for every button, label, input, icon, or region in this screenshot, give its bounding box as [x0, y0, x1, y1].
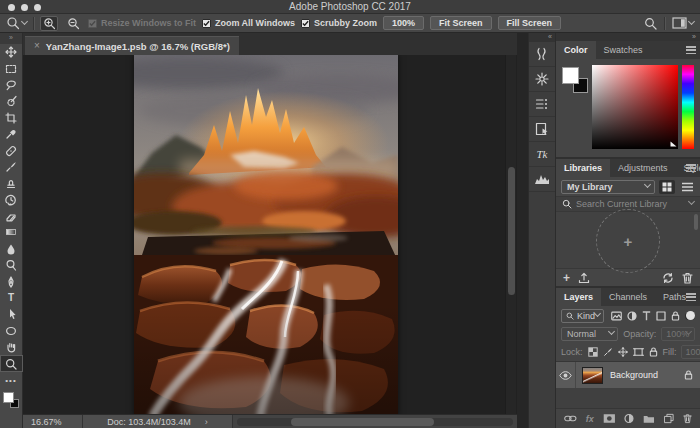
dock-expand-control[interactable]: « [529, 33, 555, 42]
lock-artboard-icon[interactable] [633, 347, 644, 357]
foreground-color-swatch[interactable] [3, 392, 14, 403]
zoom-window-button[interactable] [34, 4, 41, 11]
panel-menu-icon[interactable] [686, 46, 696, 54]
canvas-photo[interactable] [134, 55, 398, 414]
grid-view-button[interactable] [659, 180, 675, 194]
filter-type-layers-icon[interactable] [642, 311, 651, 321]
type-tool[interactable]: T [0, 290, 23, 306]
canvas-area[interactable] [23, 55, 517, 414]
scrubby-zoom-option[interactable]: Scrubby Zoom [301, 18, 377, 28]
layer-name[interactable]: Background [610, 370, 684, 380]
panel-button-character-styles[interactable] [529, 92, 555, 117]
eraser-tool[interactable] [0, 208, 23, 224]
fit-screen-button[interactable]: Fit Screen [430, 16, 492, 30]
zoom-tool[interactable] [0, 355, 23, 371]
filter-shape-layers-icon[interactable] [656, 311, 666, 321]
new-group-icon[interactable] [643, 414, 655, 424]
tab-channels[interactable]: Channels [601, 288, 655, 306]
layer-filter-toggle[interactable] [685, 312, 695, 320]
lasso-tool[interactable] [0, 77, 23, 93]
tool-preset-picker[interactable] [6, 16, 27, 30]
tab-swatches[interactable]: Swatches [596, 41, 651, 59]
minimize-window-button[interactable] [21, 4, 28, 11]
tab-layers[interactable]: Layers [556, 288, 601, 306]
panel-menu-icon[interactable] [686, 164, 696, 172]
panel-button-filter-gallery[interactable] [529, 67, 555, 92]
tab-libraries[interactable]: Libraries [556, 159, 610, 177]
opacity-field[interactable]: 100% [661, 327, 695, 341]
hand-tool[interactable] [0, 339, 23, 355]
new-layer-icon[interactable] [664, 413, 674, 424]
gradient-tool[interactable] [0, 224, 23, 240]
fill-field[interactable]: 100% [681, 345, 700, 359]
close-window-button[interactable] [8, 4, 15, 11]
lock-position-icon[interactable] [618, 347, 628, 357]
delete-layer-icon[interactable] [683, 413, 692, 424]
close-tab-icon[interactable]: × [34, 41, 40, 51]
fill-screen-button[interactable]: Fill Screen [498, 16, 562, 30]
panel-button-brush-presets[interactable] [529, 42, 555, 67]
document-size-status[interactable]: Doc: 103.4M/103.4M › [83, 415, 233, 428]
status-popup-chevron[interactable]: › [205, 417, 208, 427]
workspace-switcher[interactable] [672, 17, 694, 29]
upload-icon[interactable] [578, 272, 590, 284]
quick-selection-tool[interactable] [0, 93, 23, 109]
hue-slider[interactable] [682, 65, 694, 149]
trash-icon[interactable] [682, 272, 693, 284]
library-scrollbar-thumb[interactable] [694, 214, 698, 230]
foreground-background-swatches[interactable] [3, 392, 19, 408]
brush-tool[interactable] [0, 159, 23, 175]
link-layers-icon[interactable] [564, 414, 577, 423]
search-icon[interactable] [644, 17, 657, 30]
layer-style-button[interactable]: fx [586, 414, 594, 424]
foreground-color-swatch[interactable] [562, 67, 579, 84]
layer-visibility-toggle[interactable] [556, 362, 576, 388]
shape-tool[interactable] [0, 323, 23, 339]
zoom-all-windows-option[interactable]: Zoom All Windows [202, 18, 295, 28]
marquee-tool[interactable] [0, 60, 23, 76]
zoom-in-mode-button[interactable] [40, 16, 58, 31]
scrubby-zoom-checkbox[interactable] [301, 19, 310, 28]
library-select[interactable]: My Library [561, 180, 655, 194]
lock-transparent-pixels-icon[interactable] [588, 347, 598, 357]
clone-stamp-tool[interactable] [0, 175, 23, 191]
horizontal-scrollbar-thumb[interactable] [291, 418, 434, 426]
zoom-out-mode-button[interactable] [64, 16, 82, 31]
library-drop-target[interactable]: + [596, 209, 660, 273]
color-fg-bg-swatches[interactable] [562, 67, 588, 93]
zoom-all-windows-checkbox[interactable] [202, 19, 211, 28]
pen-tool[interactable] [0, 273, 23, 289]
zoom-level-field[interactable]: 16.67% [23, 415, 83, 428]
panel-menu-icon[interactable] [686, 293, 696, 301]
path-selection-tool[interactable] [0, 306, 23, 322]
dock-collapse-control[interactable]: » [556, 33, 700, 41]
dodge-tool[interactable] [0, 257, 23, 273]
healing-brush-tool[interactable] [0, 142, 23, 158]
filter-smart-objects-icon[interactable] [671, 311, 680, 321]
lock-all-icon[interactable] [649, 347, 658, 357]
move-tool[interactable] [0, 44, 23, 60]
layer-thumbnail[interactable] [582, 367, 603, 384]
edit-toolbar-button[interactable]: ••• [0, 372, 23, 388]
layer-row-background[interactable]: Background [556, 362, 700, 388]
tab-adjustments[interactable]: Adjustments [610, 159, 676, 177]
blend-mode-select[interactable]: Normal [561, 327, 618, 341]
add-content-button[interactable]: + [563, 272, 570, 284]
filter-pixel-layers-icon[interactable] [611, 311, 622, 321]
lock-image-pixels-icon[interactable] [603, 347, 613, 357]
library-content-area[interactable]: + [556, 212, 700, 268]
saturation-brightness-picker[interactable] [592, 65, 678, 149]
crop-tool[interactable] [0, 110, 23, 126]
panel-button-histogram[interactable] [529, 167, 555, 192]
document-tab[interactable]: × YanZhang-Image1.psb @ 16.7% (RGB/8*) [25, 36, 239, 55]
layer-filter-select[interactable]: Kind [561, 309, 604, 323]
vertical-scrollbar-thumb[interactable] [508, 167, 515, 295]
sync-icon[interactable] [662, 272, 674, 284]
panel-button-tk-actions[interactable]: Tk [529, 142, 555, 167]
list-view-button[interactable] [679, 180, 695, 194]
toolbar-collapse-control[interactable]: » [0, 33, 22, 44]
filter-adjustment-layers-icon[interactable] [627, 311, 637, 321]
tab-color[interactable]: Color [556, 41, 596, 59]
vertical-scrollbar[interactable] [505, 55, 516, 414]
blur-tool[interactable] [0, 241, 23, 257]
